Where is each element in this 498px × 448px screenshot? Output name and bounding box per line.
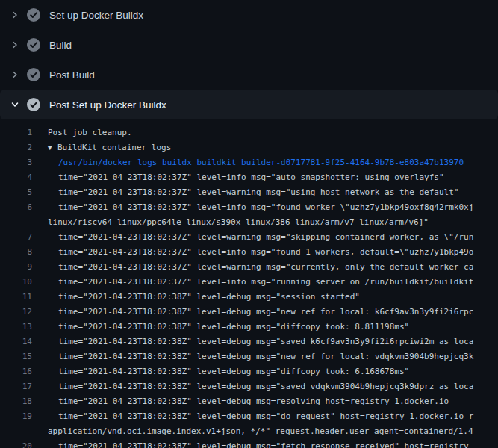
log-text: Post job cleanup. [48, 125, 132, 140]
line-number[interactable]: 4 [0, 170, 32, 185]
log-text: BuildKit container logs [57, 143, 171, 152]
log-text: time="2021-04-23T18:02:37Z" level=warnin… [58, 260, 473, 275]
step-label: Post Set up Docker Buildx [49, 99, 166, 111]
log-line: 18 time="2021-04-23T18:02:38Z" level=deb… [0, 394, 498, 409]
line-number[interactable]: 18 [0, 394, 32, 409]
chevron-right-icon [10, 10, 20, 19]
log-line: 12 time="2021-04-23T18:02:38Z" level=deb… [0, 305, 498, 320]
check-circle-icon [27, 38, 40, 52]
log-line: 14 time="2021-04-23T18:02:38Z" level=deb… [0, 335, 498, 349]
line-number[interactable]: 15 [0, 349, 32, 364]
step-header-build[interactable]: Build [0, 30, 498, 60]
log-line: 1 Post job cleanup. [0, 125, 498, 140]
log-text: time="2021-04-23T18:02:37Z" level=info m… [58, 245, 473, 260]
actions-log-viewer: { "colors": { "bg": "#0d1117", "step-exp… [0, 0, 498, 448]
log-text: time="2021-04-23T18:02:38Z" level=debug … [58, 290, 360, 305]
check-circle-icon [27, 98, 40, 111]
log-line: 13 time="2021-04-23T18:02:38Z" level=deb… [0, 320, 498, 335]
step-header-post-build[interactable]: Post Build [0, 60, 498, 90]
check-circle-icon [27, 68, 40, 81]
step-header-set-up-docker-buildx[interactable]: Set up Docker Buildx [0, 0, 498, 30]
log-group-header[interactable]: 2 ▼BuildKit container logs [0, 140, 498, 155]
chevron-right-icon [10, 70, 20, 79]
log-text: time="2021-04-23T18:02:38Z" level=debug … [58, 364, 409, 379]
log-line: 5 time="2021-04-23T18:02:37Z" level=warn… [0, 185, 498, 200]
check-circle-icon [27, 8, 40, 22]
log-line: 11 time="2021-04-23T18:02:38Z" level=deb… [0, 290, 498, 305]
log-text: time="2021-04-23T18:02:37Z" level=info m… [58, 170, 444, 185]
log-line: 7 time="2021-04-23T18:02:37Z" level=warn… [0, 230, 498, 245]
line-number[interactable]: 3 [0, 155, 32, 170]
log-text: time="2021-04-23T18:02:38Z" level=debug … [58, 349, 473, 364]
line-number[interactable]: 19 [0, 409, 32, 424]
line-number[interactable]: 6 [0, 200, 32, 215]
log-text: time="2021-04-23T18:02:37Z" level=warnin… [58, 185, 458, 200]
log-text: application/vnd.oci.image.index.v1+json,… [48, 424, 473, 439]
chevron-right-icon [10, 40, 20, 49]
log-text: time="2021-04-23T18:02:38Z" level=debug … [58, 335, 473, 349]
line-number[interactable]: 17 [0, 379, 32, 394]
line-number[interactable]: 10 [0, 275, 32, 290]
log-text: time="2021-04-23T18:02:38Z" level=debug … [58, 394, 449, 409]
chevron-down-icon [10, 100, 20, 109]
line-number[interactable]: 11 [0, 290, 32, 305]
log-text: time="2021-04-23T18:02:38Z" level=debug … [58, 320, 409, 335]
line-number [0, 424, 32, 439]
log-line: 15 time="2021-04-23T18:02:38Z" level=deb… [0, 349, 498, 364]
line-number[interactable]: 20 [0, 439, 32, 448]
command-text: /usr/bin/docker logs buildx_buildkit_bui… [58, 155, 464, 170]
log-line: 8 time="2021-04-23T18:02:37Z" level=info… [0, 245, 498, 260]
log-text: linux/riscv64 linux/ppc64le linux/s390x … [48, 215, 429, 230]
line-number[interactable]: 14 [0, 335, 32, 349]
log-line: 20 time="2021-04-23T18:02:38Z" level=deb… [0, 439, 498, 448]
log-text: time="2021-04-23T18:02:37Z" level=info m… [58, 200, 473, 215]
step-list: Set up Docker Buildx Build Post Build Po… [0, 0, 498, 119]
step-label: Set up Docker Buildx [49, 10, 143, 21]
log-output: 1 Post job cleanup. 2 ▼BuildKit containe… [0, 119, 498, 448]
line-number[interactable]: 5 [0, 185, 32, 200]
line-number[interactable]: 7 [0, 230, 32, 245]
log-group-label: ▼BuildKit container logs [48, 140, 171, 155]
log-text: time="2021-04-23T18:02:37Z" level=info m… [58, 275, 473, 290]
line-number[interactable]: 16 [0, 364, 32, 379]
log-text: time="2021-04-23T18:02:37Z" level=warnin… [58, 230, 473, 245]
log-line-command: 3 /usr/bin/docker logs buildx_buildkit_b… [0, 155, 498, 170]
line-number[interactable]: 13 [0, 320, 32, 335]
log-line: 6 time="2021-04-23T18:02:37Z" level=info… [0, 200, 498, 215]
log-line-wrap: linux/riscv64 linux/ppc64le linux/s390x … [0, 215, 498, 230]
line-number [0, 215, 32, 230]
line-number[interactable]: 1 [0, 125, 32, 140]
line-number[interactable]: 12 [0, 305, 32, 320]
log-line: 10 time="2021-04-23T18:02:37Z" level=inf… [0, 275, 498, 290]
step-header-post-set-up-docker-buildx[interactable]: Post Set up Docker Buildx [0, 90, 498, 119]
log-line: 19 time="2021-04-23T18:02:38Z" level=deb… [0, 409, 498, 424]
log-text: time="2021-04-23T18:02:38Z" level=debug … [58, 305, 473, 320]
log-line: 9 time="2021-04-23T18:02:37Z" level=warn… [0, 260, 498, 275]
step-label: Post Build [49, 69, 95, 81]
log-text: time="2021-04-23T18:02:38Z" level=debug … [58, 409, 473, 424]
line-number[interactable]: 8 [0, 245, 32, 260]
log-text: time="2021-04-23T18:02:38Z" level=debug … [58, 439, 473, 448]
line-number[interactable]: 2 [0, 140, 32, 155]
log-text: time="2021-04-23T18:02:38Z" level=debug … [58, 379, 473, 394]
step-label: Build [49, 40, 72, 51]
log-line: 17 time="2021-04-23T18:02:38Z" level=deb… [0, 379, 498, 394]
log-line-wrap: application/vnd.oci.image.index.v1+json,… [0, 424, 498, 439]
log-line: 4 time="2021-04-23T18:02:37Z" level=info… [0, 170, 498, 185]
log-line: 16 time="2021-04-23T18:02:38Z" level=deb… [0, 364, 498, 379]
line-number[interactable]: 9 [0, 260, 32, 275]
expand-triangle-icon[interactable]: ▼ [48, 140, 57, 155]
